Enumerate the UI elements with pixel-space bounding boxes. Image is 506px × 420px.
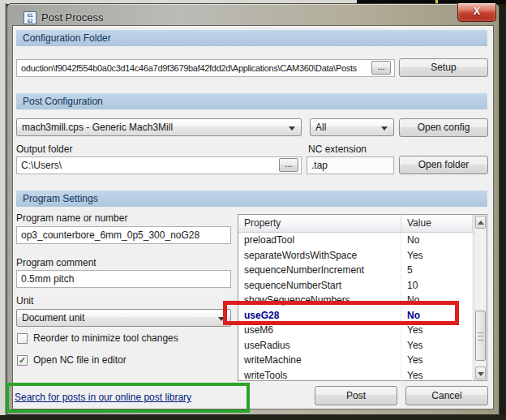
column-header-value[interactable]: Value: [401, 215, 473, 232]
properties-table-header[interactable]: Property Value: [238, 215, 487, 233]
program-comment-input[interactable]: 0.5mm pitch: [16, 270, 231, 288]
table-row[interactable]: writeTools Yes: [238, 368, 487, 384]
checkbox-unchecked-icon: [17, 333, 28, 344]
table-row[interactable]: useM6 Yes: [238, 323, 487, 338]
nc-extension-label: NC extension: [308, 144, 367, 155]
setup-button[interactable]: Setup: [399, 58, 488, 77]
screen: G1 G2 Post Process X Configuration Folde…: [0, 0, 506, 420]
open-folder-button[interactable]: Open folder: [399, 156, 488, 174]
open-config-button[interactable]: Open config: [399, 118, 488, 137]
output-folder-browse-button[interactable]: ...: [279, 158, 298, 172]
online-post-library-link[interactable]: Search for posts in our online post libr…: [15, 392, 191, 403]
output-folder-input[interactable]: C:\Users\: [16, 156, 302, 174]
properties-table: Property Value preloadTool No separateWo…: [238, 214, 487, 381]
close-button[interactable]: X: [457, 3, 496, 22]
icon-line-g1: G1: [24, 12, 36, 18]
program-name-input[interactable]: op3_counterbore_6mm_0p5_300_noG28: [16, 226, 231, 244]
chevron-down-icon: [478, 372, 484, 376]
scrollbar-down-button[interactable]: [475, 366, 486, 379]
open-nc-file-label: Open NC file in editor: [33, 354, 126, 366]
unit-label: Unit: [16, 295, 33, 306]
cancel-button[interactable]: Cancel: [405, 386, 488, 405]
nc-extension-input[interactable]: .tap: [307, 156, 394, 174]
chevron-down-icon: [381, 126, 388, 131]
filter-selected: All: [315, 122, 326, 133]
table-scrollbar[interactable]: [474, 215, 487, 380]
post-configuration-selected: mach3mill.cps - Generic Mach3Mill: [22, 122, 173, 133]
window-title: Post Process: [41, 11, 104, 24]
filter-dropdown[interactable]: All: [310, 118, 394, 136]
scrollbar-up-button[interactable]: [475, 216, 486, 229]
chevron-down-icon: [289, 126, 295, 131]
reorder-tool-changes-checkbox[interactable]: Reorder to minimize tool changes: [17, 332, 178, 344]
output-folder-label: Output folder: [16, 144, 72, 155]
open-nc-file-checkbox[interactable]: ✓ Open NC file in editor: [17, 354, 126, 366]
section-header-post-configuration: Post Configuration: [16, 93, 487, 109]
unit-selected: Document unit: [22, 312, 84, 324]
unit-dropdown[interactable]: Document unit: [16, 309, 231, 327]
section-header-configuration-folder: Configuration Folder: [16, 30, 487, 46]
scrollbar-thumb[interactable]: [475, 311, 486, 361]
table-row-useg28-selected[interactable]: useG28 No: [238, 308, 487, 324]
scrollbar-grip-icon: [478, 332, 483, 341]
table-row[interactable]: useRadius Yes: [238, 338, 487, 354]
program-name-label: Program name or number: [16, 212, 127, 224]
table-row[interactable]: showSequenceNumbers No: [238, 293, 487, 308]
desktop-strip-left: [0, 3, 6, 420]
chevron-up-icon: [478, 221, 484, 225]
chevron-down-icon: [218, 317, 225, 321]
column-header-property[interactable]: Property: [238, 215, 401, 232]
title-bar[interactable]: G1 G2 Post Process: [6, 3, 500, 26]
close-icon: X: [474, 6, 480, 17]
post-process-icon: G1 G2: [24, 11, 36, 24]
table-row[interactable]: writeMachine Yes: [238, 353, 487, 368]
checkbox-checked-icon: ✓: [17, 355, 28, 366]
post-configuration-dropdown[interactable]: mach3mill.cps - Generic Mach3Mill: [16, 118, 302, 136]
table-row[interactable]: separateWordsWithSpace Yes: [238, 248, 487, 264]
table-row[interactable]: sequenceNumberStart 10: [238, 278, 487, 294]
configuration-folder-browse-button[interactable]: ...: [371, 61, 391, 75]
reorder-tool-changes-label: Reorder to minimize tool changes: [33, 332, 178, 344]
configuration-folder-path-input[interactable]: oduction\f9042f554b0a0c3d14c46a7d9f3679b…: [16, 59, 395, 77]
post-button[interactable]: Post: [315, 386, 397, 405]
desktop-strip-bottom: [0, 415, 506, 420]
program-comment-label: Program comment: [16, 257, 96, 268]
icon-line-g2: G2: [24, 18, 36, 24]
section-header-program-settings: Program Settings: [16, 191, 487, 207]
table-row[interactable]: sequenceNumberIncrement 5: [238, 263, 487, 278]
table-row[interactable]: preloadTool No: [238, 233, 487, 248]
